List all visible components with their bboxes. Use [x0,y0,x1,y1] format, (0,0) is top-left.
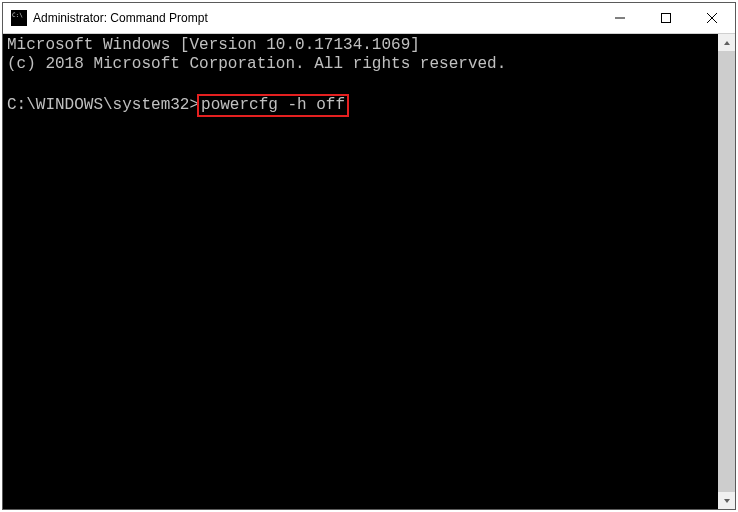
window-title: Administrator: Command Prompt [33,11,597,25]
titlebar[interactable]: Administrator: Command Prompt [3,3,735,34]
svg-marker-4 [724,41,730,45]
command-highlight: powercfg -h off [197,94,349,117]
command-text: powercfg -h off [201,96,345,114]
maximize-button[interactable] [643,3,689,33]
prompt: C:\WINDOWS\system32> [7,96,199,114]
terminal-output[interactable]: Microsoft Windows [Version 10.0.17134.10… [3,34,718,509]
close-button[interactable] [689,3,735,33]
command-prompt-window: Administrator: Command Prompt Microsoft … [2,2,736,510]
scroll-track[interactable] [718,51,735,492]
content-area: Microsoft Windows [Version 10.0.17134.10… [3,34,735,509]
copyright-line: (c) 2018 Microsoft Corporation. All righ… [7,55,506,73]
scroll-down-button[interactable] [718,492,735,509]
svg-rect-1 [662,14,671,23]
cmd-icon [11,10,27,26]
scroll-thumb[interactable] [718,51,735,492]
svg-marker-5 [724,499,730,503]
scroll-up-button[interactable] [718,34,735,51]
window-controls [597,3,735,33]
minimize-button[interactable] [597,3,643,33]
version-line: Microsoft Windows [Version 10.0.17134.10… [7,36,420,54]
vertical-scrollbar[interactable] [718,34,735,509]
